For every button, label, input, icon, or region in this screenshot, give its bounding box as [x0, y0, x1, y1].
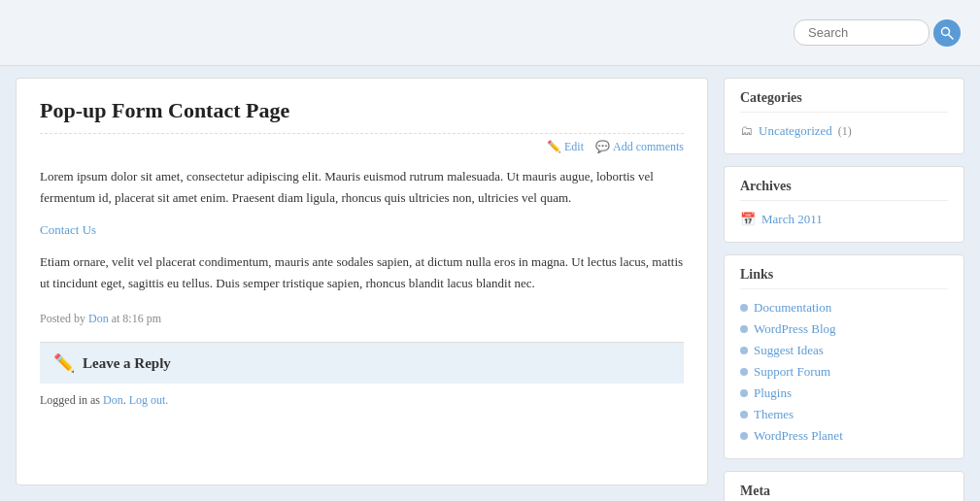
sidebar: Categories 🗂 Uncategorized (1) Archives …	[724, 78, 964, 501]
edit-label: Edit	[564, 140, 584, 154]
dot-icon	[740, 389, 748, 397]
content-area: Pop-up Form Contact Page ✏️ Edit 💬 Add c…	[16, 78, 708, 485]
archive-link[interactable]: March 2011	[761, 212, 823, 227]
header	[0, 0, 980, 66]
meta-widget: Meta Site Admin Log out	[724, 471, 964, 501]
categories-list: 🗂 Uncategorized (1)	[740, 120, 948, 142]
links-widget: Links Documentation WordPress Blog Sugge…	[724, 254, 964, 459]
logged-in-prefix: Logged in as	[40, 393, 100, 407]
link-suggest-ideas[interactable]: Suggest Ideas	[754, 343, 824, 358]
list-item: 🗂 Uncategorized (1)	[740, 120, 948, 142]
search-wrapper	[794, 19, 961, 47]
edit-pencil-icon: ✏️	[547, 140, 561, 154]
dot-icon	[740, 347, 748, 354]
comment-icon: 💬	[595, 140, 610, 154]
category-count: (1)	[838, 124, 852, 139]
post-footer: Posted by Don at 8:16 pm	[40, 312, 684, 326]
post-body-paragraph1: Lorem ipsum dolor sit amet, consectetur …	[40, 166, 684, 209]
logged-in-user-link[interactable]: Don	[103, 393, 123, 407]
list-item: WordPress Blog	[740, 318, 948, 340]
post-body-paragraph2: Etiam ornare, velit vel placerat condime…	[40, 251, 684, 294]
leave-reply-section: ✏️ Leave a Reply Logged in as Don. Log o…	[40, 342, 684, 408]
category-icon: 🗂	[740, 123, 753, 139]
search-icon	[940, 26, 954, 40]
archives-list: 📅 March 2011	[740, 209, 948, 230]
svg-line-1	[949, 34, 954, 39]
list-item: Plugins	[740, 383, 948, 404]
link-plugins[interactable]: Plugins	[754, 385, 792, 401]
leave-reply-title: Leave a Reply	[83, 355, 171, 372]
contact-us-link[interactable]: Contact Us	[40, 222, 684, 238]
main-layout: Pop-up Form Contact Page ✏️ Edit 💬 Add c…	[0, 66, 980, 501]
archives-title: Archives	[740, 179, 948, 201]
post-title: Pop-up Form Contact Page	[40, 98, 684, 123]
list-item: Suggest Ideas	[740, 340, 948, 361]
links-list: Documentation WordPress Blog Suggest Ide…	[740, 297, 948, 447]
archives-widget: Archives 📅 March 2011	[724, 166, 964, 243]
dot-icon	[740, 411, 748, 418]
list-item: 📅 March 2011	[740, 209, 948, 230]
categories-widget: Categories 🗂 Uncategorized (1)	[724, 78, 964, 154]
add-comments-link[interactable]: 💬 Add comments	[595, 140, 684, 154]
link-support-forum[interactable]: Support Forum	[754, 364, 830, 380]
search-input[interactable]	[794, 19, 929, 46]
search-button[interactable]	[933, 19, 961, 47]
link-wordpress-blog[interactable]: WordPress Blog	[754, 321, 836, 337]
logged-in-text: Logged in as Don. Log out.	[40, 384, 684, 408]
archive-icon: 📅	[740, 212, 756, 227]
list-item: Support Forum	[740, 361, 948, 383]
category-link[interactable]: Uncategorized	[759, 123, 832, 139]
dot-icon	[740, 432, 748, 440]
leave-reply-header: ✏️ Leave a Reply	[40, 343, 684, 384]
list-item: Documentation	[740, 297, 948, 318]
list-item: Themes	[740, 404, 948, 425]
posted-at: at 8:16 pm	[112, 312, 161, 325]
links-title: Links	[740, 267, 948, 289]
author-link[interactable]: Don	[88, 312, 109, 325]
link-wordpress-planet[interactable]: WordPress Planet	[754, 428, 843, 444]
meta-title: Meta	[740, 484, 948, 501]
add-comments-label: Add comments	[613, 140, 684, 154]
edit-link[interactable]: ✏️ Edit	[547, 140, 584, 154]
link-documentation[interactable]: Documentation	[754, 300, 831, 316]
dot-icon	[740, 325, 748, 333]
dot-icon	[740, 368, 748, 376]
dot-icon	[740, 304, 748, 312]
logout-link[interactable]: Log out.	[129, 393, 169, 407]
link-themes[interactable]: Themes	[754, 407, 794, 422]
posted-by-prefix: Posted by	[40, 312, 85, 325]
categories-title: Categories	[740, 90, 948, 113]
post-meta-bar: ✏️ Edit 💬 Add comments	[40, 133, 684, 154]
reply-pencil-icon: ✏️	[53, 352, 75, 374]
list-item: WordPress Planet	[740, 425, 948, 447]
